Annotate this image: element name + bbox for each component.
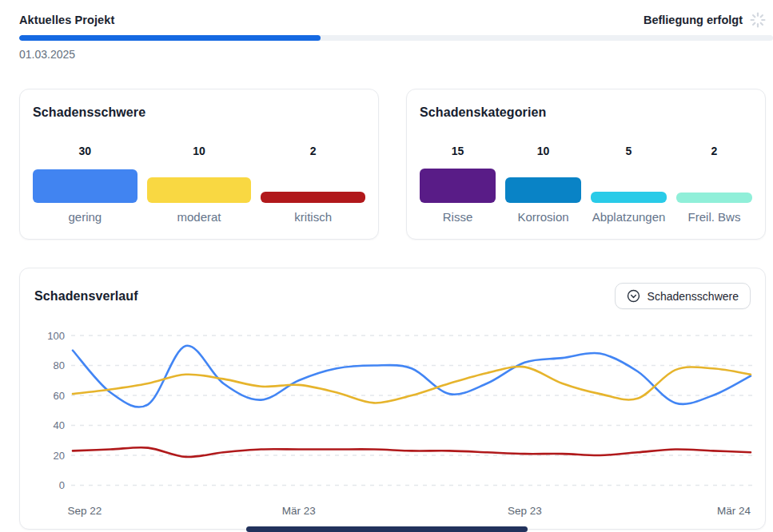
bar-area xyxy=(505,168,581,203)
bar-area xyxy=(676,168,752,203)
bar-label: gering xyxy=(33,210,137,224)
series-line-moderat xyxy=(73,367,751,403)
category-card: Schadenskategorien 15Risse10Korrosion5Ab… xyxy=(406,89,766,240)
severity-card-title: Schadensschwere xyxy=(33,105,365,120)
bar-value: 30 xyxy=(33,145,137,157)
bar xyxy=(591,192,667,203)
status-area: Befliegung erfolgt xyxy=(644,11,767,29)
y-tick-label: 0 xyxy=(59,479,65,491)
bar-value: 10 xyxy=(147,145,252,157)
line-chart: 020406080100Sep 22Mär 23Sep 23Mär 24 xyxy=(34,326,752,524)
y-tick-label: 40 xyxy=(54,419,65,431)
bar-label: Korrosion xyxy=(505,210,581,224)
y-tick-label: 60 xyxy=(54,390,65,402)
bar xyxy=(33,169,137,203)
bar-area xyxy=(33,168,137,203)
circle-chevron-down-icon xyxy=(627,289,640,303)
bar-column: 30gering xyxy=(33,145,137,224)
y-tick-label: 20 xyxy=(54,450,65,462)
trend-card-title: Schadensverlauf xyxy=(34,289,138,304)
status-label: Befliegung erfolgt xyxy=(644,14,743,26)
bar-area xyxy=(147,168,252,203)
category-card-title: Schadenskategorien xyxy=(420,105,752,120)
x-tick-label: Mär 23 xyxy=(282,505,316,517)
y-tick-label: 80 xyxy=(54,359,65,371)
bar xyxy=(147,177,252,203)
x-tick-label: Mär 24 xyxy=(717,505,751,517)
dashboard-page: Aktuelles Projekt Befliegung erfolgt 01.… xyxy=(0,0,773,532)
bar xyxy=(261,192,365,203)
bar-column: 10moderat xyxy=(147,145,252,224)
bar-label: kritisch xyxy=(261,210,365,224)
bar-area xyxy=(420,168,496,203)
bar-column: 2Freil. Bws xyxy=(676,145,752,224)
bar-area xyxy=(261,168,365,203)
bar-label: Freil. Bws xyxy=(676,210,752,224)
series-line-kritisch xyxy=(73,447,751,457)
bar-area xyxy=(591,168,667,203)
bar-column: 5Abplatzungen xyxy=(591,145,667,224)
bar-value: 10 xyxy=(505,145,581,157)
severity-filter-button[interactable]: Schadensschwere xyxy=(615,283,751,309)
bar-column: 10Korrosion xyxy=(505,145,581,224)
bar-label: Abplatzungen xyxy=(591,210,667,224)
header: Aktuelles Projekt Befliegung erfolgt xyxy=(19,11,773,29)
project-progress-bar xyxy=(19,35,773,41)
category-bars: 15Risse10Korrosion5Abplatzungen2Freil. B… xyxy=(420,145,752,224)
bar-column: 15Risse xyxy=(420,145,496,224)
line-chart-wrap: 020406080100Sep 22Mär 23Sep 23Mär 24 xyxy=(34,326,751,527)
trend-card-header: Schadensverlauf Schadensschwere xyxy=(34,283,751,309)
x-tick-label: Sep 23 xyxy=(508,505,542,517)
summary-cards-row: Schadensschwere 30gering10moderat2kritis… xyxy=(19,89,766,240)
bar-column: 2kritisch xyxy=(261,145,365,224)
bar-label: moderat xyxy=(147,210,252,224)
filter-button-label: Schadensschwere xyxy=(647,290,739,303)
page-title: Aktuelles Projekt xyxy=(19,14,114,26)
trend-card: Schadensverlauf Schadensschwere 02040608… xyxy=(19,268,766,530)
bar xyxy=(676,193,752,203)
x-tick-label: Sep 22 xyxy=(68,505,102,517)
bar xyxy=(420,169,496,203)
bar-label: Risse xyxy=(420,210,496,224)
bar xyxy=(505,177,581,203)
bar-value: 15 xyxy=(420,145,496,157)
spinner-icon xyxy=(749,11,767,29)
severity-card: Schadensschwere 30gering10moderat2kritis… xyxy=(19,89,379,240)
y-tick-label: 100 xyxy=(47,330,65,342)
bar-value: 2 xyxy=(261,145,365,157)
home-indicator-bar xyxy=(246,526,528,532)
bar-value: 5 xyxy=(591,145,667,157)
bar-value: 2 xyxy=(676,145,752,157)
project-date: 01.03.2025 xyxy=(19,48,773,61)
progress-fill xyxy=(19,35,321,41)
severity-bars: 30gering10moderat2kritisch xyxy=(33,145,365,224)
